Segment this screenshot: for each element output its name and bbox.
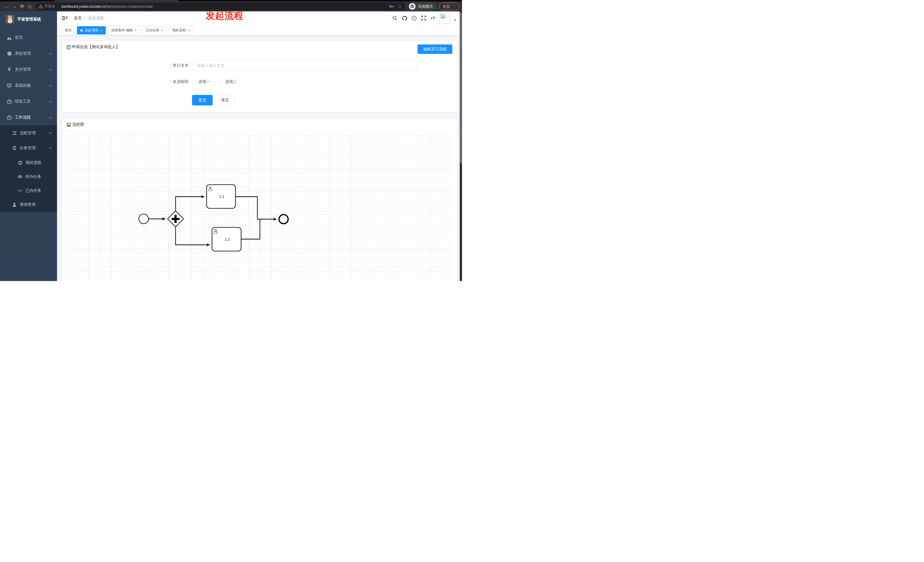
github-icon[interactable]	[402, 16, 407, 21]
home-icon[interactable]: ⌂	[26, 3, 34, 10]
sidebar-item-label: 任务管理	[20, 145, 49, 151]
sidebar-item-payment[interactable]: ¥ 支付管理	[0, 61, 57, 78]
tab-close-icon[interactable]: ×	[188, 28, 190, 33]
sidebar-item-workflow[interactable]: 工作流程	[0, 109, 57, 125]
forward-icon[interactable]: →	[10, 4, 18, 9]
overlay-annotation: 发起流程	[206, 10, 243, 22]
submit-button[interactable]: 提交	[192, 95, 213, 105]
tab-start-process[interactable]: 发起流程 ×	[77, 26, 106, 34]
dashboard-icon	[7, 36, 12, 40]
edge-task1-to-end[interactable]	[236, 196, 276, 219]
active-tab-dot	[80, 29, 82, 31]
apply-form: *单行文本 *多选框组 选项一 选项二	[62, 60, 457, 105]
chevron-down-icon	[49, 132, 52, 134]
option-two-checkbox[interactable]	[219, 80, 223, 84]
bookmark-star-icon[interactable]: ☆	[398, 4, 402, 9]
sidebar-item-label: 我的流程	[26, 160, 41, 165]
tab-home[interactable]: 首页	[61, 26, 75, 34]
sidebar: 芋道管理系统 首页 系统管理 ¥ 支付管理	[0, 11, 57, 281]
breadcrumb: 首页/发起流程	[74, 16, 104, 21]
chevron-down-icon	[49, 53, 52, 55]
sidebar-item-process-mgmt[interactable]: 流程管理	[0, 125, 57, 141]
sidebar-item-leave-query[interactable]: 请假查询	[0, 198, 57, 212]
search-icon[interactable]	[393, 16, 397, 21]
tab-label: 发起流程	[85, 28, 98, 33]
edge-gateway-to-task2[interactable]	[176, 227, 210, 245]
font-size-icon[interactable]: тT	[430, 16, 435, 21]
reload-icon[interactable]: ⟳	[18, 3, 26, 9]
gear-icon	[7, 51, 12, 56]
task-label: 1.2	[225, 237, 230, 241]
sidebar-item-my-process[interactable]: 我的流程	[0, 156, 57, 169]
app-title: 芋道管理系统	[17, 17, 41, 22]
fullscreen-icon[interactable]	[421, 16, 426, 21]
bpmn-diagram: 1.1 1.2	[66, 135, 451, 280]
broken-image-icon	[440, 14, 446, 18]
tab-my-process[interactable]: 我的流程 ×	[169, 26, 193, 34]
diagram-card-title: 流程图	[72, 122, 84, 127]
yen-icon: ¥	[7, 67, 12, 72]
bpmn-canvas[interactable]: 1.1 1.2	[66, 135, 451, 280]
sidebar-item-dev-tools[interactable]: 研发工具	[0, 93, 57, 109]
bpmn-end-event[interactable]	[279, 214, 288, 224]
reset-button[interactable]: 重置	[216, 95, 235, 105]
incognito-badge: 无痕模式	[408, 2, 436, 10]
url-path: /bpm/process-instance/create	[106, 4, 153, 9]
single-line-text-input[interactable]	[192, 60, 417, 71]
chevron-down-icon	[49, 85, 52, 87]
sidebar-item-system[interactable]: 系统管理	[0, 46, 57, 61]
tab-form-edit[interactable]: 流程表单-编辑 ×	[108, 26, 140, 34]
bpmn-parallel-gateway[interactable]	[168, 211, 183, 227]
bpmn-user-task-1[interactable]: 1.1	[207, 185, 236, 208]
sidebar-item-task-mgmt[interactable]: 任务管理	[0, 141, 57, 156]
select-other-process-button[interactable]: 选择其它流程	[417, 45, 452, 54]
sidebar-item-label: 请假查询	[20, 202, 52, 207]
bpmn-user-task-2[interactable]: 1.2	[212, 228, 241, 251]
tab-close-icon[interactable]: ×	[161, 28, 163, 33]
sidebar-item-label: 首页	[15, 35, 52, 40]
person-icon	[12, 202, 17, 207]
address-bar[interactable]: 不安全 | dashboard.yudao.iocoder.cn/bpm/pro…	[35, 3, 405, 10]
chevron-up-icon	[49, 117, 52, 118]
sidebar-item-todo-tasks[interactable]: 待办任务	[0, 169, 57, 184]
password-key-icon[interactable]	[389, 5, 394, 8]
sidebar-item-done-tasks[interactable]: 已办任务	[0, 184, 57, 198]
eye-closed-icon	[18, 189, 22, 192]
scrollbar-thumb[interactable]	[460, 12, 462, 163]
task-label: 1.1	[219, 194, 224, 199]
apply-info-card: 申请信息【测试多审批人】 选择其它流程 *单行文本 *多选框组	[62, 40, 457, 112]
option-one-checkbox[interactable]	[192, 80, 196, 84]
required-mark: *	[170, 79, 172, 84]
toolbox-icon	[7, 99, 12, 104]
page-scrollbar[interactable]	[460, 11, 462, 281]
breadcrumb-current: 发起流程	[88, 16, 104, 20]
app-logo-image	[6, 15, 14, 24]
option-two-label[interactable]: 选项二	[225, 79, 237, 84]
chevron-down-icon	[49, 100, 52, 103]
option-one-label[interactable]: 选项一	[198, 79, 210, 84]
avatar[interactable]	[439, 13, 450, 24]
sidebar-item-infrastructure[interactable]: 基础设施	[0, 78, 57, 93]
bpmn-start-event[interactable]	[139, 214, 148, 224]
tab-done-tasks[interactable]: 已办任务 ×	[142, 26, 167, 34]
browser-menu-icon[interactable]: ⋮	[453, 4, 456, 9]
help-icon[interactable]: ?	[411, 16, 417, 21]
sidebar-item-home[interactable]: 首页	[0, 30, 57, 46]
edge-gateway-to-task1[interactable]	[176, 196, 204, 211]
app-logo-row[interactable]: 芋道管理系统	[0, 11, 57, 27]
update-button[interactable]: 更新 ⋮	[439, 3, 459, 10]
sidebar-item-label: 基础设施	[15, 83, 49, 88]
breadcrumb-home[interactable]: 首页	[74, 16, 82, 20]
checkbox-group-label: *多选框组	[62, 79, 192, 84]
tab-close-icon[interactable]: ×	[135, 28, 137, 33]
tab-close-icon[interactable]: ×	[100, 28, 102, 33]
plus-icon	[174, 215, 177, 223]
tab-bar: 首页 发起流程 × 流程表单-编辑 × 已办任务 × 我的流程 ×	[57, 25, 462, 36]
back-icon[interactable]: ←	[3, 4, 10, 9]
avatar-dropdown-caret-icon[interactable]: ▼	[453, 18, 456, 22]
collapse-sidebar-icon[interactable]	[62, 16, 67, 21]
sidebar-item-label: 已办任务	[26, 188, 41, 193]
edge-task2-to-join[interactable]	[241, 219, 260, 239]
apply-card-title: 申请信息【测试多审批人】	[72, 45, 120, 49]
tab-label: 流程表单-编辑	[111, 28, 133, 33]
